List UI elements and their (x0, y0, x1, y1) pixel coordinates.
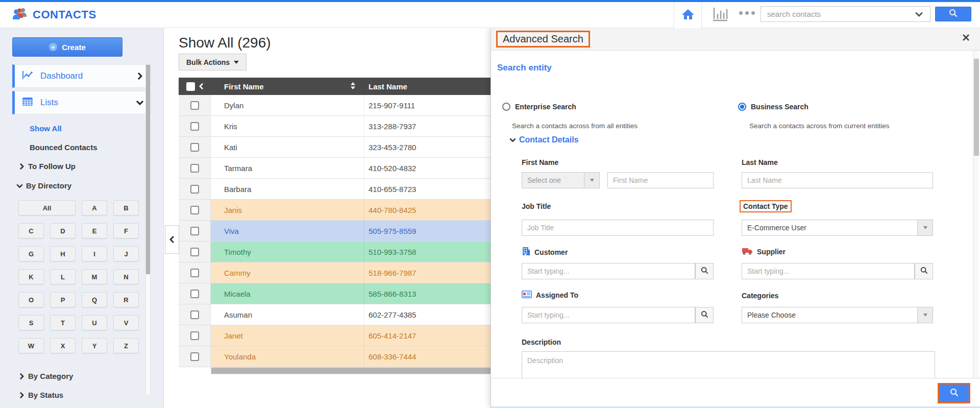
sidebar-scrollbar-thumb[interactable] (146, 65, 150, 274)
panel-scrollbar[interactable] (973, 51, 979, 378)
row-checkbox[interactable] (190, 164, 199, 173)
letter-button-o[interactable]: O (18, 292, 44, 307)
panel-scrollbar-thumb[interactable] (974, 59, 979, 156)
row-checkbox[interactable] (190, 227, 199, 235)
app-logo[interactable]: CONTACTS (12, 7, 96, 22)
letter-button-z[interactable]: Z (113, 338, 139, 353)
sidebar-scrollbar[interactable] (145, 64, 151, 395)
letter-button-r[interactable]: R (113, 292, 139, 307)
sidebar-collapse-handle[interactable] (165, 225, 179, 254)
row-checkbox[interactable] (190, 352, 199, 361)
letter-button-d[interactable]: D (50, 223, 76, 238)
sort-icon[interactable] (350, 82, 356, 91)
bulk-actions-button[interactable]: Bulk Actions (179, 54, 247, 70)
sidebar-item-lists[interactable]: Lists (12, 91, 151, 114)
radio-icon[interactable] (502, 103, 510, 111)
letter-button-g[interactable]: G (18, 246, 44, 261)
row-checkbox[interactable] (190, 269, 199, 277)
selected-value: Select one (522, 173, 584, 188)
letter-button-i[interactable]: I (82, 246, 107, 261)
first-name-input[interactable] (607, 172, 714, 188)
cell-first-name: Timothy (211, 242, 364, 262)
letter-button-u[interactable]: U (82, 315, 107, 330)
home-button[interactable] (674, 2, 702, 28)
cell-first-name: Janis (211, 200, 364, 220)
sidebar-item-bounced-contacts[interactable]: Bounced Contacts (30, 143, 97, 152)
letter-button-v[interactable]: V (113, 315, 139, 330)
sidebar-item-show-all[interactable]: Show All (30, 124, 62, 133)
caret-down-icon (917, 220, 933, 235)
letter-button-h[interactable]: H (50, 246, 76, 261)
truck-icon (742, 247, 753, 257)
sidebar-item-to-follow-up[interactable]: To Follow Up (19, 162, 76, 171)
select-all-checkbox[interactable] (186, 82, 195, 91)
chevron-down-icon (16, 183, 23, 188)
search-scope-dropdown[interactable] (908, 7, 930, 21)
letter-button-l[interactable]: L (50, 269, 76, 284)
categories-select[interactable]: Please Choose (742, 307, 933, 323)
letter-button-w[interactable]: W (18, 338, 44, 353)
name-prefix-select[interactable]: Select one (522, 172, 600, 188)
create-button[interactable]: + Create (12, 37, 122, 57)
letter-button-q[interactable]: Q (82, 292, 107, 307)
letter-button-m[interactable]: M (82, 269, 107, 284)
row-checkbox-cell (179, 158, 211, 178)
assigned-to-input[interactable] (522, 307, 695, 323)
radio-business-search[interactable]: Business Search (738, 103, 808, 111)
letter-button-a[interactable]: A (82, 200, 107, 215)
letter-button-all[interactable]: All (18, 200, 76, 215)
letter-button-y[interactable]: Y (82, 338, 107, 353)
row-checkbox[interactable] (190, 290, 199, 298)
global-search-input[interactable] (761, 7, 908, 21)
row-checkbox[interactable] (190, 122, 199, 131)
letters-grid: AllABCDEFGHIJKLMNOPQRSTUVWXYZ (18, 200, 139, 353)
customer-search-button[interactable] (695, 263, 714, 279)
column-header-label: Last Name (369, 82, 407, 91)
column-header-first-name[interactable]: First Name (211, 78, 364, 95)
letter-button-x[interactable]: X (50, 338, 76, 353)
customer-input[interactable] (522, 263, 695, 279)
row-checkbox[interactable] (190, 185, 199, 194)
row-checkbox[interactable] (190, 310, 199, 319)
letter-button-t[interactable]: T (50, 315, 76, 330)
letter-button-j[interactable]: J (113, 246, 139, 261)
letter-button-c[interactable]: C (18, 223, 44, 238)
letter-button-b[interactable]: B (113, 200, 139, 215)
sidebar-item-by-directory[interactable]: By Directory (17, 181, 71, 190)
letter-button-f[interactable]: F (113, 223, 139, 238)
radio-checked-icon[interactable] (738, 103, 746, 111)
assigned-to-search-button[interactable] (695, 307, 714, 323)
letter-button-e[interactable]: E (82, 223, 107, 238)
reports-button[interactable] (711, 7, 731, 23)
radio-enterprise-search[interactable]: Enterprise Search (502, 103, 576, 111)
row-checkbox[interactable] (190, 206, 199, 214)
sidebar-item-dashboard[interactable]: Dashboard (12, 64, 151, 88)
supplier-input[interactable] (742, 263, 915, 279)
last-name-input[interactable] (742, 172, 933, 188)
business-search-description: Search a contacts across from current en… (749, 122, 890, 130)
job-title-input[interactable] (522, 220, 714, 236)
row-checkbox[interactable] (190, 101, 199, 110)
contact-details-section-toggle[interactable]: Contact Details (510, 135, 578, 145)
table-horizontal-scrollbar-thumb[interactable] (211, 368, 518, 374)
row-checkbox[interactable] (190, 143, 199, 152)
chevron-left-icon[interactable] (199, 83, 204, 90)
sidebar-item-by-status[interactable]: By Status (19, 391, 63, 399)
close-icon[interactable] (962, 34, 970, 43)
letter-button-k[interactable]: K (18, 269, 44, 284)
search-entity-options: Enterprise Search Search a contacts acro… (491, 99, 980, 129)
letter-button-p[interactable]: P (50, 292, 76, 307)
advanced-search-submit-button[interactable] (939, 385, 969, 402)
letter-button-s[interactable]: S (18, 315, 44, 330)
letter-button-n[interactable]: N (113, 269, 139, 284)
row-checkbox[interactable] (190, 248, 199, 256)
cell-first-name: Micaela (211, 283, 364, 304)
global-search-button[interactable] (935, 7, 971, 21)
row-checkbox[interactable] (190, 331, 199, 340)
contact-type-select[interactable]: E-Commerce User (742, 220, 933, 236)
sidebar-item-by-category[interactable]: By Category (19, 372, 73, 380)
row-checkbox-cell (179, 242, 211, 262)
supplier-search-button[interactable] (915, 263, 933, 279)
cell-first-name: Tarmara (211, 158, 364, 178)
more-options-button[interactable] (739, 11, 755, 15)
